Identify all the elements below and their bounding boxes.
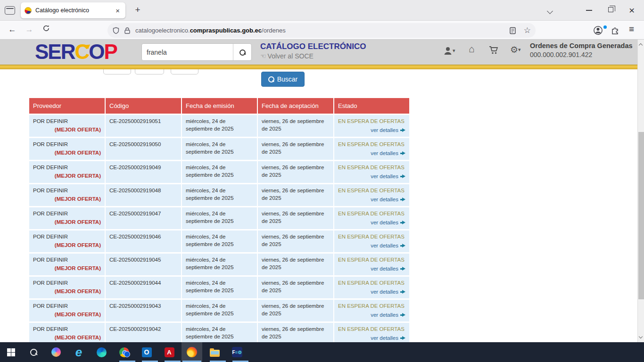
scroll-down-icon[interactable]: [639, 335, 643, 339]
page-title: CATÁLOGO ELECTRÓNICO: [260, 42, 366, 51]
arrow-right-icon: [400, 336, 405, 340]
best-offer-label: (MEJOR OFERTA): [33, 149, 101, 157]
best-offer-label: (MEJOR OFERTA): [33, 288, 101, 296]
ver-detalles-link[interactable]: ver detalles: [371, 243, 398, 248]
status-label: EN ESPERA DE OFERTAS: [338, 256, 405, 264]
reader-view-icon[interactable]: [509, 27, 516, 34]
url-bar[interactable]: catalogoelectronico.compraspublicas.gob.…: [107, 23, 536, 38]
extensions-puzzle-icon[interactable]: [611, 26, 619, 36]
site-favicon-icon: [25, 7, 32, 14]
hand-back-icon: ☜: [260, 52, 266, 60]
cart-icon[interactable]: [489, 46, 499, 57]
best-offer-label: (MEJOR OFERTA): [33, 311, 101, 319]
lock-icon[interactable]: [124, 27, 131, 34]
orders-counter: Ordenes de Compra Generadas 000.000.002.…: [530, 42, 635, 58]
orders-table-body: POR DEFINIR(MEJOR OFERTA) CE-20250002919…: [29, 115, 409, 342]
copilot-icon[interactable]: [50, 346, 62, 358]
table-header-row: Proveedor Código Fecha de emisión Fecha …: [29, 98, 409, 114]
header-gold-band: [0, 65, 637, 69]
file-explorer-icon[interactable]: [209, 346, 220, 358]
user-menu-button[interactable]: ▾: [444, 46, 455, 56]
search-icon: [239, 49, 245, 55]
acceptance-date: viernes, 26 de septiembre de 2025: [258, 115, 333, 137]
arrow-right-icon: [400, 221, 405, 225]
ver-detalles-link[interactable]: ver detalles: [371, 197, 398, 202]
order-code: CE-20250002919042: [106, 323, 181, 342]
sercop-logo[interactable]: SERCOP: [35, 40, 117, 64]
table-row: POR DEFINIR(MEJOR OFERTA) CE-20250002919…: [29, 323, 409, 342]
outlook-icon[interactable]: O: [141, 346, 152, 358]
browser-tab[interactable]: Catálogo electrónico ×: [21, 2, 125, 18]
window-restore-button[interactable]: [608, 7, 613, 12]
home-icon[interactable]: ⌂: [469, 44, 475, 54]
provider-name: POR DEFINIR: [33, 303, 101, 310]
chrome-icon[interactable]: [118, 346, 130, 358]
order-code: CE-20250002919046: [106, 230, 181, 252]
order-code: CE-20250002919045: [106, 254, 181, 275]
acrobat-icon[interactable]: A: [164, 346, 175, 358]
bookmark-star-icon[interactable]: ☆: [524, 25, 531, 35]
window-close-button[interactable]: ×: [629, 5, 635, 16]
col-proveedor: Proveedor: [29, 98, 105, 114]
firefox-view-icon[interactable]: [5, 6, 15, 15]
ver-detalles-link[interactable]: ver detalles: [371, 312, 398, 318]
table-row: POR DEFINIR(MEJOR OFERTA) CE-20250002919…: [29, 300, 409, 321]
shield-icon[interactable]: [112, 27, 120, 34]
acceptance-date: viernes, 26 de septiembre de 2025: [258, 138, 333, 160]
table-row: POR DEFINIR(MEJOR OFERTA) CE-20250002919…: [29, 161, 409, 183]
start-button[interactable]: [5, 346, 17, 358]
emission-date: miércoles, 24 de septiembre de 2025: [182, 300, 257, 321]
acceptance-date: viernes, 26 de septiembre de 2025: [258, 277, 333, 298]
back-button[interactable]: ←: [7, 25, 18, 34]
firefox-icon[interactable]: [186, 346, 198, 358]
ver-detalles-link[interactable]: ver detalles: [371, 220, 398, 225]
emission-date: miércoles, 24 de septiembre de 2025: [182, 230, 257, 252]
edge-icon[interactable]: [96, 346, 107, 358]
window-minimize-button[interactable]: [586, 10, 592, 11]
ver-detalles-link[interactable]: ver detalles: [371, 289, 398, 295]
ver-detalles-link[interactable]: ver detalles: [371, 335, 398, 341]
f-app-icon[interactable]: F≡⚙: [231, 346, 243, 358]
order-code: CE-20250002919051: [106, 115, 181, 137]
order-code: CE-20250002919047: [106, 207, 181, 229]
reload-button[interactable]: [41, 25, 52, 34]
new-tab-button[interactable]: +: [132, 5, 143, 15]
status-label: EN ESPERA DE OFERTAS: [338, 118, 405, 125]
page-scrollbar[interactable]: [637, 40, 644, 342]
internet-explorer-icon[interactable]: e: [73, 346, 84, 358]
tab-close-icon[interactable]: ×: [114, 7, 122, 15]
ver-detalles-link[interactable]: ver detalles: [371, 173, 398, 179]
status-label: EN ESPERA DE OFERTAS: [338, 141, 405, 148]
settings-menu-button[interactable]: ⚙▾: [510, 45, 521, 55]
menu-hamburger-icon[interactable]: ≡: [629, 24, 634, 34]
ver-detalles-link[interactable]: ver detalles: [371, 127, 398, 133]
scrollbar-thumb[interactable]: [638, 132, 644, 299]
provider-name: POR DEFINIR: [33, 210, 101, 218]
emission-date: miércoles, 24 de septiembre de 2025: [182, 161, 257, 183]
arrow-right-icon: [400, 174, 405, 179]
tab-list-chevron-icon[interactable]: [548, 8, 553, 13]
chrome-profile-badge: [124, 351, 130, 357]
arrow-right-icon: [400, 128, 405, 132]
emission-date: miércoles, 24 de septiembre de 2025: [182, 207, 257, 229]
catalog-search-button[interactable]: [233, 44, 251, 60]
emission-date: miércoles, 24 de septiembre de 2025: [182, 138, 257, 160]
catalog-search-input[interactable]: [142, 44, 233, 60]
arrow-right-icon: [400, 267, 405, 271]
table-row: POR DEFINIR(MEJOR OFERTA) CE-20250002919…: [29, 230, 409, 252]
taskbar-search-icon[interactable]: [28, 346, 39, 358]
best-offer-label: (MEJOR OFERTA): [33, 219, 101, 226]
account-icon[interactable]: [593, 25, 603, 37]
acceptance-date: viernes, 26 de septiembre de 2025: [258, 230, 333, 252]
volver-al-soce-link[interactable]: ☜Volver al SOCE: [260, 52, 314, 60]
best-offer-label: (MEJOR OFERTA): [33, 265, 101, 272]
ver-detalles-link[interactable]: ver detalles: [371, 150, 398, 156]
emission-date: miércoles, 24 de septiembre de 2025: [182, 254, 257, 275]
acceptance-date: viernes, 26 de septiembre de 2025: [258, 207, 333, 229]
scroll-up-icon[interactable]: [639, 43, 643, 47]
table-row: POR DEFINIR(MEJOR OFERTA) CE-20250002919…: [29, 277, 409, 298]
table-row: POR DEFINIR(MEJOR OFERTA) CE-20250002919…: [29, 207, 409, 229]
ver-detalles-link[interactable]: ver detalles: [371, 266, 398, 272]
buscar-button[interactable]: Buscar: [261, 72, 305, 87]
order-code: CE-20250002919049: [106, 161, 181, 183]
